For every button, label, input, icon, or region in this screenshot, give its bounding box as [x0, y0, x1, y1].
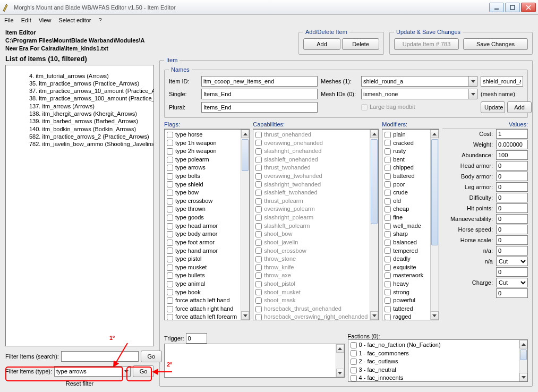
- list-item[interactable]: slashleft_polearm: [255, 222, 368, 231]
- mesh-update-button[interactable]: Update: [481, 101, 505, 113]
- filter-type-go[interactable]: Go: [133, 365, 154, 377]
- scrollbar[interactable]: [370, 130, 378, 320]
- list-item[interactable]: masterwork: [385, 271, 428, 280]
- menu-help[interactable]: ?: [99, 17, 102, 23]
- list-item[interactable]: slashright_polearm: [255, 214, 368, 222]
- item-id-input[interactable]: [201, 76, 318, 87]
- list-item[interactable]: 138. itm_khergit_arrows (Khergit_Arrows): [29, 110, 151, 117]
- list-item[interactable]: type foot armor: [167, 238, 238, 247]
- save-changes-button[interactable]: Save Changes: [463, 38, 528, 50]
- list-item[interactable]: sharp: [385, 230, 428, 238]
- mesh-name-input[interactable]: [481, 76, 523, 87]
- meshes-select[interactable]: [361, 76, 477, 87]
- list-item[interactable]: cracked: [385, 139, 428, 148]
- list-item[interactable]: 4 - fac_innocents: [351, 374, 517, 382]
- list-item[interactable]: type musket: [167, 263, 238, 272]
- value-input[interactable]: [496, 267, 528, 277]
- menu-edit[interactable]: Edit: [21, 17, 31, 23]
- list-item[interactable]: thrust_polearm: [255, 197, 368, 206]
- plural-input[interactable]: [201, 102, 318, 113]
- list-item[interactable]: battered: [385, 172, 428, 181]
- trigger-area[interactable]: [164, 344, 345, 378]
- list-item[interactable]: old: [385, 197, 428, 206]
- list-item[interactable]: 140. itm_bodkin_arrows (Bodkin_Arrows): [29, 125, 151, 133]
- list-item[interactable]: horseback_overswing_right_onehanded: [255, 313, 368, 320]
- factions-list[interactable]: 0 - fac_no_faction (No_Faction) 1 - fac_…: [348, 339, 528, 382]
- trigger-input[interactable]: [186, 333, 207, 344]
- list-item[interactable]: tattered: [385, 305, 428, 313]
- update-item-button[interactable]: Update Item # 783: [394, 38, 459, 50]
- list-item[interactable]: type thrown: [167, 205, 238, 214]
- list-item[interactable]: 37. itm_practice_arrows_10_amount (Pract…: [29, 87, 151, 95]
- list-item[interactable]: deadly: [385, 255, 428, 263]
- value-select[interactable]: Cut: [496, 257, 528, 266]
- list-item[interactable]: type book: [167, 288, 238, 297]
- list-item[interactable]: 137. itm_arrows (Arrows): [29, 103, 151, 110]
- filter-type-select[interactable]: [54, 366, 131, 377]
- list-item[interactable]: throw_knife: [255, 263, 368, 272]
- value-input[interactable]: [496, 161, 528, 171]
- list-item[interactable]: horseback_thrust_onehanded: [255, 305, 368, 313]
- list-item[interactable]: heavy: [385, 280, 428, 288]
- list-item[interactable]: poor: [385, 181, 428, 189]
- value-input[interactable]: [496, 288, 528, 298]
- list-item[interactable]: type horse: [167, 131, 238, 139]
- list-item[interactable]: cheap: [385, 205, 428, 214]
- list-item[interactable]: 38. itm_practice_arrows_100_amount (Prac…: [29, 95, 151, 102]
- list-item[interactable]: 1 - fac_commoners: [351, 350, 517, 358]
- capabilities-list[interactable]: thrust_onehanded overswing_onehanded sla…: [253, 129, 379, 320]
- list-item[interactable]: overswing_twohanded: [255, 172, 368, 181]
- single-input[interactable]: [201, 89, 318, 99]
- list-item[interactable]: shoot_mask: [255, 296, 368, 305]
- list-item[interactable]: slashleft_onehanded: [255, 156, 368, 164]
- list-item[interactable]: strong: [385, 288, 428, 297]
- value-input[interactable]: [496, 193, 528, 202]
- list-item[interactable]: throw_axe: [255, 271, 368, 280]
- list-item[interactable]: type pistol: [167, 255, 238, 263]
- value-input[interactable]: [496, 182, 528, 192]
- list-item[interactable]: bent: [385, 156, 428, 164]
- list-item[interactable]: overswing_polearm: [255, 205, 368, 214]
- flags-list[interactable]: type horse type 1h weapon type 2h weapon…: [164, 129, 250, 320]
- value-input[interactable]: [496, 140, 528, 149]
- list-item[interactable]: throw_stone: [255, 255, 368, 263]
- list-item[interactable]: 35. itm_practice_arrows (Practice_Arrows…: [29, 80, 151, 87]
- list-item[interactable]: crude: [385, 189, 428, 197]
- list-item[interactable]: 4. itm_tutorial_arrows (Arrows): [29, 72, 151, 80]
- list-item[interactable]: force attach right hand: [167, 305, 238, 313]
- list-item[interactable]: 139. itm_barbed_arrows (Barbed_Arrows): [29, 117, 151, 125]
- list-item[interactable]: type arrows: [167, 164, 238, 172]
- list-item[interactable]: type body armor: [167, 230, 238, 238]
- value-input[interactable]: [496, 150, 528, 160]
- reset-filter[interactable]: Reset filter: [5, 380, 154, 387]
- list-item[interactable]: type hand armor: [167, 247, 238, 255]
- list-item[interactable]: rusty: [385, 147, 428, 156]
- menu-file[interactable]: File: [4, 17, 14, 23]
- scrollbar[interactable]: [336, 344, 344, 377]
- list-item[interactable]: slashright_twohanded: [255, 181, 368, 189]
- list-item[interactable]: type bow: [167, 189, 238, 197]
- list-item[interactable]: type shield: [167, 181, 238, 189]
- list-item[interactable]: shoot_javelin: [255, 238, 368, 247]
- list-item[interactable]: force attach left forearm: [167, 313, 238, 320]
- list-item[interactable]: 3 - fac_neutral: [351, 366, 517, 374]
- list-item[interactable]: shoot_pistol: [255, 280, 368, 288]
- list-item[interactable]: exquisite: [385, 263, 428, 272]
- list-item[interactable]: 782. itm_javelin_bow_ammo (Shooting_Jave…: [29, 140, 151, 148]
- filter-search-go[interactable]: Go: [141, 351, 162, 362]
- list-item[interactable]: type animal: [167, 280, 238, 288]
- list-item[interactable]: type 1h weapon: [167, 139, 238, 148]
- scrollbar[interactable]: [430, 130, 439, 320]
- list-item[interactable]: type 2h weapon: [167, 147, 238, 156]
- value-input[interactable]: [496, 214, 528, 224]
- list-item[interactable]: 582. itm_practice_arrows_2 (Practice_Arr…: [29, 133, 151, 140]
- maximize-button[interactable]: [505, 3, 520, 12]
- value-input[interactable]: [496, 129, 528, 139]
- list-item[interactable]: shoot_crossbow: [255, 247, 368, 255]
- close-button[interactable]: [521, 3, 536, 12]
- list-item[interactable]: type goods: [167, 214, 238, 222]
- list-item[interactable]: 0 - fac_no_faction (No_Faction): [351, 341, 517, 350]
- list-item[interactable]: plain: [385, 131, 428, 139]
- list-item[interactable]: well_made: [385, 222, 428, 231]
- list-item[interactable]: shoot_bow: [255, 230, 368, 238]
